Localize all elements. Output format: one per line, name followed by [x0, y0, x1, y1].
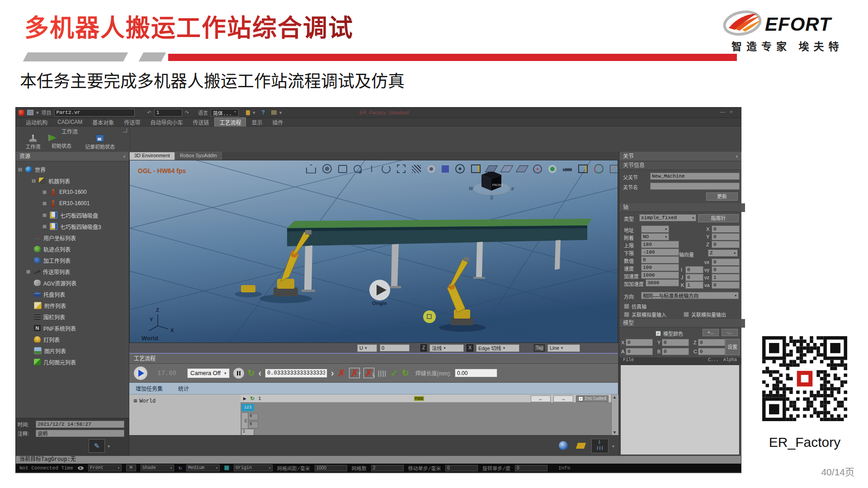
compass-icon[interactable] [559, 441, 568, 450]
box-icon[interactable] [471, 164, 481, 173]
sim-axis-checkbox[interactable]: 仿真轴 [624, 303, 646, 310]
note-input[interactable] [36, 430, 124, 437]
zoom-icon[interactable] [354, 165, 362, 173]
tree-item-gripper3[interactable]: ⊞ 七巧板四轴吸盘3 [42, 221, 101, 231]
i-input[interactable] [685, 266, 703, 273]
fullscreen-icon[interactable] [397, 164, 406, 173]
vy-input[interactable] [712, 266, 740, 273]
gantt-cell[interactable]: 0 [248, 422, 258, 428]
caret-down-icon[interactable]: ▾ [612, 444, 614, 449]
accel-input[interactable] [641, 272, 679, 279]
speed-input[interactable] [641, 264, 679, 271]
tab-add-taskset[interactable]: 增加任务集 [136, 385, 163, 392]
expand-icon[interactable]: ⊞ [42, 190, 47, 195]
shaded-icon[interactable] [427, 165, 435, 173]
va-input[interactable] [712, 282, 740, 289]
window-controls[interactable]: —× [720, 109, 737, 115]
tree-item-trackpoints[interactable]: 轨迹点列表 [34, 244, 71, 254]
pose-y-input[interactable] [662, 339, 689, 346]
y-input[interactable] [712, 233, 740, 240]
robot-step-button[interactable]: |·|·|·| [591, 439, 609, 453]
expand-icon[interactable]: ⊞ [26, 269, 31, 274]
grid-count-input[interactable] [371, 465, 404, 471]
timeline-tree[interactable]: ⊞ World [129, 394, 241, 435]
tree-item-world[interactable]: ⊟ 世界 [18, 164, 46, 174]
undo-icon[interactable]: ↶ [147, 110, 151, 115]
language-select[interactable]: 简体... ▾ [211, 109, 239, 117]
tree-item-pictures[interactable]: 图片列表 [34, 346, 66, 356]
j-input[interactable] [685, 274, 703, 281]
tab-statistics[interactable]: 统计 [178, 385, 189, 392]
plane2-icon[interactable] [500, 165, 514, 172]
caret-down-icon[interactable]: ▾ [279, 110, 282, 115]
target-icon[interactable] [455, 164, 465, 174]
help-icon[interactable]: ? [262, 109, 265, 116]
hatch-icon[interactable] [412, 165, 421, 173]
contract-icon[interactable]: ⊟ [18, 167, 23, 172]
redo-icon[interactable]: ↷ [185, 110, 189, 115]
edit-user-button[interactable]: ✎ [89, 439, 105, 453]
caret-down-icon[interactable]: ▾ [253, 110, 255, 115]
tab-chain[interactable]: 传送链 [188, 118, 213, 127]
view-select[interactable]: Front▾ [88, 465, 122, 471]
confirm-icon[interactable]: ✓ [390, 368, 398, 379]
tab-plugins[interactable]: 插件 [268, 118, 288, 127]
analog-out-checkbox[interactable]: 关联模拟量输出 [684, 311, 726, 318]
tree-item-workpieces[interactable]: 加工件列表 [34, 255, 71, 265]
pose-a-input[interactable] [626, 348, 653, 355]
update-button[interactable]: 更新 [706, 192, 738, 201]
file-list[interactable] [620, 365, 740, 455]
x-input[interactable] [712, 225, 740, 233]
home-icon[interactable] [306, 164, 316, 174]
timeline-ruler[interactable]: ▶ ↻ 1 RBB ← → ✓ Included [241, 394, 611, 403]
edge-select[interactable]: Edge 切线▾ [476, 344, 519, 352]
attach-select[interactable]: NO▾ [641, 233, 669, 240]
joint-name-input[interactable] [650, 183, 740, 190]
tree-item-fences[interactable]: 围栏列表 [34, 312, 65, 322]
tab-display[interactable]: 显示 [247, 118, 267, 127]
time-input[interactable] [36, 421, 124, 428]
circle-icon[interactable] [533, 164, 542, 174]
tree-item-lamps[interactable]: 灯列表 [34, 334, 60, 344]
move-right-button[interactable]: → [553, 395, 573, 402]
minimize-icon[interactable]: — [720, 109, 730, 115]
orbit-icon[interactable] [322, 164, 332, 174]
record-icon[interactable] [548, 165, 557, 173]
tree-item-conveyors[interactable]: ⊞ 传送带列表 [26, 267, 70, 277]
vz-input[interactable] [712, 274, 740, 281]
caret-down-icon[interactable]: ▾ [36, 110, 39, 115]
refresh-icon[interactable]: ↻ [179, 465, 182, 471]
step-forward-icon[interactable]: › [331, 368, 334, 378]
play-small-icon[interactable]: ▶ [243, 396, 246, 401]
remove-model-button[interactable]: -... [722, 329, 738, 336]
zoom-window-icon[interactable] [338, 165, 347, 173]
axisvec-select[interactable]: Z▾ [708, 249, 738, 257]
tree-item-agv[interactable]: AGV资源列表 [34, 278, 76, 288]
tree-item-er10-1600[interactable]: ⊞ ER10-1600 [42, 187, 87, 197]
camera-select[interactable]: Camera Off▾ [187, 368, 229, 378]
play-button[interactable] [134, 366, 147, 380]
tree-item-attachments[interactable]: 附件列表 [34, 300, 66, 310]
image-icon[interactable] [271, 110, 277, 115]
solid-icon[interactable] [442, 165, 449, 173]
pose-x-input[interactable] [626, 339, 653, 346]
gantt-cell-selected[interactable]: 123 [241, 404, 254, 411]
cube-edit-icon[interactable] [578, 164, 588, 173]
pan-icon[interactable] [368, 165, 375, 173]
plane-icon[interactable] [485, 165, 498, 172]
jerk-input[interactable] [646, 279, 679, 286]
loop-icon[interactable]: ↻ [248, 369, 255, 377]
lock-icon[interactable] [246, 110, 250, 115]
z-badge[interactable]: Z [420, 344, 427, 352]
tree-item-er10-16001[interactable]: ⊞ ER10-16001 [42, 198, 90, 208]
close-icon[interactable]: × [730, 109, 737, 115]
pose-z-input[interactable] [698, 339, 725, 346]
plane3-icon[interactable] [516, 165, 529, 172]
rotate-step-input[interactable] [515, 465, 547, 471]
add-model-button[interactable]: +... [703, 329, 719, 336]
tree-item-robot-list[interactable]: ⊟ 机器列表 [31, 176, 70, 186]
compass-button[interactable]: 指南针 [698, 214, 739, 222]
vx-input[interactable] [712, 258, 740, 266]
expand-icon[interactable]: ⊞ [42, 201, 47, 206]
ruler-protractor-icon[interactable] [610, 165, 618, 173]
